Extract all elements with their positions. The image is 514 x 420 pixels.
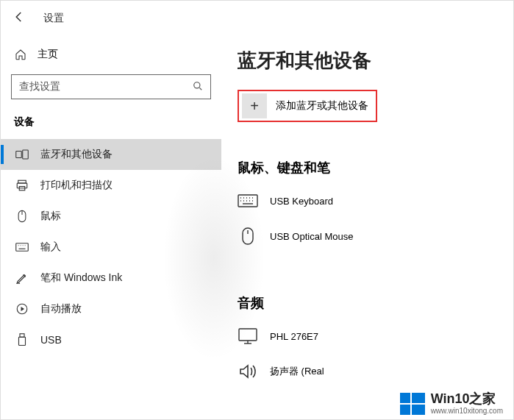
svg-rect-4 (17, 183, 27, 188)
sidebar-item-pen[interactable]: 笔和 Windows Ink (1, 263, 221, 293)
bluetooth-devices-icon (15, 148, 29, 161)
printer-icon (15, 179, 29, 192)
section-label: 设备 (1, 110, 221, 139)
svg-rect-15 (20, 334, 24, 338)
device-row[interactable]: PHL 276E7 (238, 322, 497, 357)
device-name: 扬声器 (Real (270, 365, 324, 378)
sidebar-item-autoplay[interactable]: 自动播放 (1, 293, 221, 324)
sidebar-item-label: 自动播放 (40, 302, 82, 316)
device-name: USB Keyboard (270, 196, 333, 207)
page-title: 蓝牙和其他设备 (238, 48, 497, 74)
add-device-label: 添加蓝牙或其他设备 (276, 99, 368, 113)
section-audio: 音频 (238, 294, 497, 312)
pen-icon (15, 271, 29, 285)
sidebar: 主页 查找设置 设备 蓝牙和其他设备 打印机和扫描仪 鼠标 (1, 36, 221, 419)
sidebar-item-label: 输入 (40, 241, 61, 254)
keyboard-icon (15, 241, 29, 254)
add-device-button[interactable]: + 添加蓝牙或其他设备 (238, 90, 377, 122)
windows-logo-icon (400, 393, 425, 415)
usb-icon (15, 333, 29, 346)
main-content: 蓝牙和其他设备 + 添加蓝牙或其他设备 鼠标、键盘和笔 USB Keyboard… (221, 36, 513, 419)
device-row[interactable]: USB Keyboard (238, 187, 497, 222)
plus-icon: + (242, 93, 267, 118)
sidebar-item-label: 蓝牙和其他设备 (40, 148, 113, 161)
mouse-device-icon (238, 228, 258, 244)
search-placeholder: 查找设置 (19, 80, 60, 93)
device-row[interactable]: 扬声器 (Real (238, 357, 497, 393)
watermark: Win10之家 www.win10xitong.com (400, 392, 503, 415)
device-name: USB Optical Mouse (270, 231, 353, 242)
keyboard-device-icon (238, 193, 258, 209)
sidebar-item-usb[interactable]: USB (1, 324, 221, 355)
mouse-icon (15, 210, 29, 223)
watermark-url: www.win10xitong.com (431, 407, 503, 415)
sidebar-item-label: 打印机和扫描仪 (40, 179, 113, 192)
sidebar-item-printers[interactable]: 打印机和扫描仪 (1, 170, 221, 201)
svg-rect-1 (16, 152, 22, 158)
sidebar-item-label: 鼠标 (40, 210, 61, 223)
section-mouse-keyboard: 鼠标、键盘和笔 (238, 159, 497, 177)
search-input[interactable]: 查找设置 (11, 74, 211, 99)
svg-rect-2 (23, 150, 29, 159)
device-name: PHL 276E7 (270, 331, 318, 342)
sidebar-item-bluetooth[interactable]: 蓝牙和其他设备 (1, 139, 221, 170)
speaker-icon (238, 363, 258, 380)
home-link[interactable]: 主页 (1, 42, 221, 67)
window-title: 设置 (43, 12, 64, 25)
monitor-icon (238, 328, 258, 344)
home-label: 主页 (38, 48, 58, 61)
autoplay-icon (15, 302, 29, 316)
sidebar-item-label: 笔和 Windows Ink (40, 271, 122, 285)
svg-rect-16 (19, 337, 26, 345)
svg-rect-31 (239, 329, 257, 341)
device-row[interactable]: USB Optical Mouse (238, 222, 497, 257)
back-button[interactable] (13, 10, 26, 26)
svg-point-0 (194, 82, 200, 88)
watermark-brand: Win10 (431, 391, 470, 406)
home-icon (14, 48, 27, 61)
svg-rect-8 (16, 243, 29, 252)
sidebar-item-mouse[interactable]: 鼠标 (1, 201, 221, 232)
sidebar-item-typing[interactable]: 输入 (1, 232, 221, 263)
watermark-suffix: 之家 (469, 391, 496, 406)
search-icon (193, 81, 203, 93)
sidebar-item-label: USB (40, 334, 62, 346)
